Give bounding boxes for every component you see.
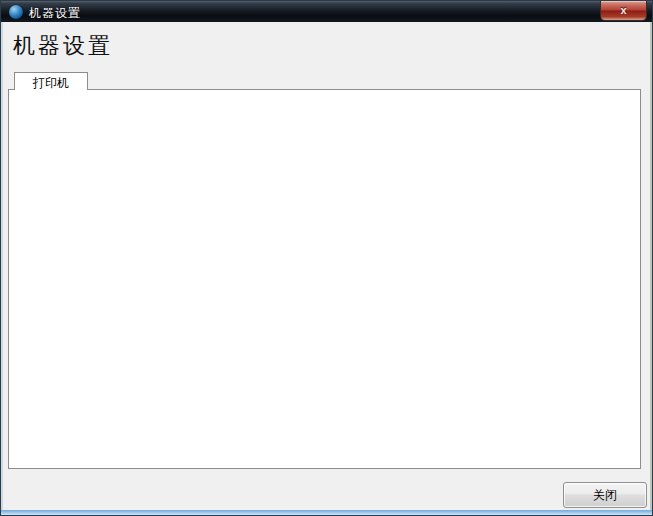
- close-icon: x: [620, 4, 626, 16]
- close-button[interactable]: 关闭: [563, 482, 647, 508]
- tab-content-panel: [8, 89, 641, 469]
- tab-printer[interactable]: 打印机: [14, 72, 88, 90]
- window-close-button[interactable]: x: [600, 1, 647, 21]
- app-icon: [9, 5, 23, 19]
- page-title: 机器设置: [13, 31, 113, 61]
- machine-settings-window: 机器设置 x 机器设置 打印机 打印机设置 X (宽) 290 毫米 Y (深)…: [0, 0, 653, 516]
- window-frame-bottom: [1, 510, 652, 515]
- window-title: 机器设置: [29, 5, 81, 22]
- titlebar[interactable]: 机器设置: [1, 1, 652, 22]
